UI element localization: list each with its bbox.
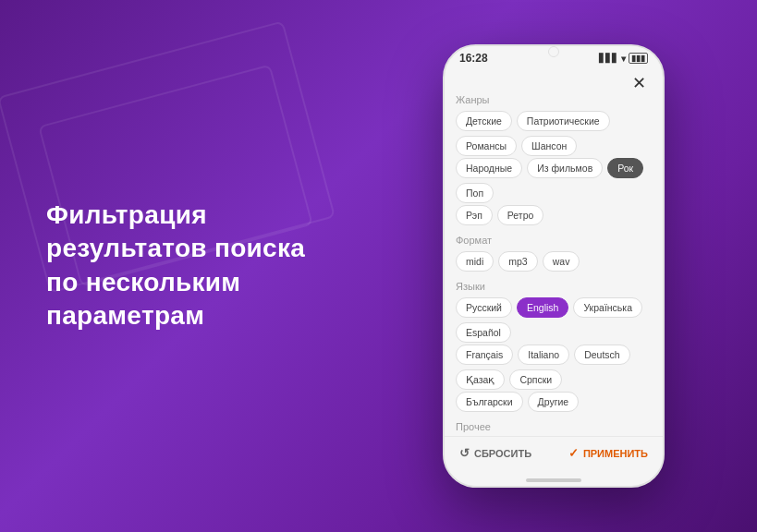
tag-midi[interactable]: midi <box>456 251 494 272</box>
phone-notch <box>548 46 559 57</box>
other-label: Прочее <box>456 421 652 432</box>
tag-retro[interactable]: Ретро <box>497 205 544 225</box>
reset-button[interactable]: ↺ СБРОСИТЬ <box>459 446 531 460</box>
apply-label: ПРИМЕНИТЬ <box>583 448 648 459</box>
format-row: midi mp3 wav <box>456 251 652 272</box>
genres-row-2: Народные Из фильмов Рок Поп <box>456 158 652 203</box>
wifi-icon: ▾ <box>621 54 626 64</box>
home-indicator <box>445 469 663 486</box>
tag-srpski[interactable]: Српски <box>509 369 562 390</box>
page-title: Фильтрация результатов поиска по несколь… <box>46 199 324 333</box>
tag-shanson[interactable]: Шансон <box>521 136 577 156</box>
format-label: Формат <box>456 235 652 246</box>
tag-mp3[interactable]: mp3 <box>498 251 537 272</box>
genres-row-1: Детские Патриотические Романсы Шансон <box>456 111 652 156</box>
genres-section: Жанры Детские Патриотические Романсы Шан… <box>456 94 652 225</box>
left-section: Фильтрация результатов поиска по несколь… <box>46 199 324 333</box>
phone-mockup: 16:28 ▋▋▋ ▾ ▮▮▮ ✕ Жанры Детские Патриоти… <box>443 44 665 488</box>
other-section: Прочее Только дуэты <box>456 421 652 436</box>
languages-section: Языки Русский English Українська Español… <box>456 281 652 412</box>
tag-kazakh[interactable]: Қазақ <box>456 369 505 390</box>
tag-italiano[interactable]: Italiano <box>518 345 569 365</box>
phone-frame: 16:28 ▋▋▋ ▾ ▮▮▮ ✕ Жанры Детские Патриоти… <box>443 44 665 488</box>
tag-narodnye[interactable]: Народные <box>456 158 522 178</box>
phone-header: ✕ <box>445 68 663 94</box>
tag-english[interactable]: English <box>517 297 568 318</box>
phone-footer: ↺ СБРОСИТЬ ✓ ПРИМЕНИТЬ <box>445 436 663 469</box>
languages-row-3: Български Другие <box>456 392 652 412</box>
tag-deutsch[interactable]: Deutsch <box>574 345 630 365</box>
tag-drugie[interactable]: Другие <box>528 392 580 412</box>
signal-icon: ▋▋▋ <box>599 54 618 63</box>
reset-icon: ↺ <box>459 446 470 460</box>
status-time: 16:28 <box>459 52 488 65</box>
close-button[interactable]: ✕ <box>628 72 650 94</box>
apply-button[interactable]: ✓ ПРИМЕНИТЬ <box>568 446 648 460</box>
tag-detskie[interactable]: Детские <box>456 111 512 131</box>
battery-icon: ▮▮▮ <box>629 53 648 64</box>
tag-romansy[interactable]: Романсы <box>456 136 517 156</box>
tag-patrioticheskie[interactable]: Патриотические <box>517 111 610 131</box>
tag-wav[interactable]: wav <box>543 251 580 272</box>
tag-espanol[interactable]: Español <box>456 322 511 343</box>
genres-label: Жанры <box>456 94 652 105</box>
tag-rep[interactable]: Рэп <box>456 205 493 225</box>
format-section: Формат midi mp3 wav <box>456 235 652 272</box>
tag-francais[interactable]: Français <box>456 345 513 365</box>
languages-label: Языки <box>456 281 652 292</box>
tag-pop[interactable]: Поп <box>456 183 494 203</box>
languages-row-1: Русский English Українська Español <box>456 297 652 343</box>
phone-content: Жанры Детские Патриотические Романсы Шан… <box>445 94 663 436</box>
reset-label: СБРОСИТЬ <box>474 448 531 459</box>
tag-rok[interactable]: Рок <box>607 158 643 178</box>
apply-icon: ✓ <box>568 446 579 460</box>
home-bar <box>526 478 581 482</box>
genres-row-3: Рэп Ретро <box>456 205 652 225</box>
tag-russian[interactable]: Русский <box>456 297 512 318</box>
languages-row-2: Français Italiano Deutsch Қазақ Српски <box>456 345 652 390</box>
status-icons: ▋▋▋ ▾ ▮▮▮ <box>599 53 648 64</box>
tag-ukrainian[interactable]: Українська <box>573 297 642 318</box>
tag-bulgarian[interactable]: Български <box>456 392 523 412</box>
tag-iz-filmov[interactable]: Из фильмов <box>527 158 603 178</box>
